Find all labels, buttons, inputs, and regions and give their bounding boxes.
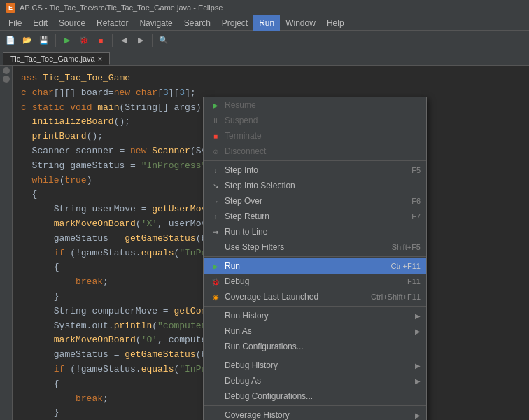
suspend-icon: ⏸: [209, 115, 222, 126]
debug-as-label: Debug As: [225, 376, 415, 386]
run-menu-debug-as[interactable]: Debug As ▶: [204, 373, 426, 388]
resume-label: Resume: [225, 100, 421, 110]
run-history-label: Run History: [225, 311, 415, 321]
run-menu-sep-3: [204, 306, 426, 307]
run-menu-debug-history[interactable]: Debug History ▶: [204, 358, 426, 373]
menu-project[interactable]: Project: [216, 15, 253, 31]
toolbar-save[interactable]: 💾: [36, 33, 52, 48]
menu-bar: File Edit Source Refactor Navigate Searc…: [0, 15, 529, 31]
debug-configurations-label: Debug Configurations...: [225, 391, 421, 401]
window-title: AP CS - Tic_Tac_Toe/src/Tic_Tac_Toe_Game…: [20, 4, 223, 12]
run-menu-sep-4: [204, 356, 426, 356]
code-class-header: ass Tic_Tac_Toe_Game: [21, 71, 521, 86]
run-as-label: Run As: [225, 326, 415, 336]
suspend-label: Suspend: [225, 115, 421, 125]
step-return-icon: ↑: [209, 211, 222, 222]
run-menu-step-return[interactable]: ↑ Step Return F7: [204, 209, 426, 224]
step-into-shortcut: F5: [411, 166, 421, 174]
run-menu-suspend[interactable]: ⏸ Suspend: [204, 113, 426, 128]
debug-history-arrow: ▶: [415, 362, 421, 370]
coverage-history-label: Coverage History: [225, 410, 415, 420]
run-icon: ▶: [209, 260, 222, 272]
run-menu-use-step-filters[interactable]: Use Step Filters Shift+F5: [204, 239, 426, 255]
terminate-icon: ■: [209, 130, 222, 141]
run-menu-disconnect[interactable]: ⊘ Disconnect: [204, 144, 426, 159]
step-into-selection-label: Step Into Selection: [225, 181, 421, 190]
debug-label: Debug: [225, 276, 402, 286]
run-menu-debug[interactable]: 🐞 Debug F11: [204, 274, 426, 289]
use-step-filters-icon: [209, 241, 222, 253]
run-as-icon: [209, 326, 222, 337]
run-configurations-icon: [209, 341, 222, 352]
terminate-label: Terminate: [225, 131, 421, 141]
tab-close[interactable]: ×: [98, 55, 102, 63]
menu-source[interactable]: Source: [53, 15, 91, 31]
step-return-label: Step Return: [225, 211, 406, 221]
toolbar-stop[interactable]: ■: [93, 33, 108, 48]
toolbar-new[interactable]: 📄: [3, 33, 18, 48]
coverage-last-icon: ◉: [209, 291, 222, 302]
run-menu: ▶ Resume ⏸ Suspend ■ Terminate ⊘ Disconn…: [203, 97, 427, 420]
step-over-label: Step Over: [225, 196, 406, 206]
run-menu-run-to-line[interactable]: ⇒ Run to Line: [204, 224, 426, 239]
coverage-history-icon: [209, 410, 222, 420]
debug-as-arrow: ▶: [415, 377, 421, 385]
toolbar-prev[interactable]: ◀: [116, 33, 132, 48]
toolbar-sep-3: [152, 34, 153, 47]
run-menu-run-as[interactable]: Run As ▶: [204, 323, 426, 339]
run-menu-run-configurations[interactable]: Run Configurations...: [204, 339, 426, 354]
run-menu-step-over[interactable]: → Step Over F6: [204, 193, 426, 209]
run-configurations-label: Run Configurations...: [225, 342, 421, 351]
run-menu-step-into-selection[interactable]: ↘ Step Into Selection: [204, 178, 426, 193]
step-into-label: Step Into: [225, 165, 406, 175]
run-menu-run-history[interactable]: Run History ▶: [204, 308, 426, 323]
toolbar-sep-2: [112, 34, 113, 47]
run-menu-terminate[interactable]: ■ Terminate: [204, 128, 426, 144]
app-icon: E: [6, 3, 15, 13]
toolbar-next[interactable]: ▶: [133, 33, 148, 48]
menu-run[interactable]: Run: [253, 15, 280, 31]
step-over-icon: →: [209, 195, 222, 206]
menu-edit[interactable]: Edit: [27, 15, 53, 31]
run-menu-sep-5: [204, 405, 426, 406]
toolbar-open[interactable]: 📂: [20, 33, 35, 48]
menu-help[interactable]: Help: [321, 15, 350, 31]
run-menu-resume[interactable]: ▶ Resume: [204, 97, 426, 113]
main-content: ass Tic_Tac_Toe_Game c char[][] board=ne…: [0, 66, 529, 420]
menu-refactor[interactable]: Refactor: [91, 15, 134, 31]
run-menu-debug-configurations[interactable]: Debug Configurations...: [204, 388, 426, 404]
debug-as-icon: [209, 375, 222, 386]
sidebar-marker-2: [3, 76, 10, 83]
run-menu-coverage-last[interactable]: ◉ Coverage Last Launched Ctrl+Shift+F11: [204, 289, 426, 304]
step-into-icon: ↓: [209, 164, 222, 176]
menu-navigate[interactable]: Navigate: [134, 15, 178, 31]
toolbar-debug[interactable]: 🐞: [76, 33, 92, 48]
menu-file[interactable]: File: [3, 15, 27, 31]
menu-search[interactable]: Search: [178, 15, 216, 31]
toolbar-search[interactable]: 🔍: [156, 33, 171, 48]
step-over-shortcut: F6: [411, 197, 421, 205]
debug-history-icon: [209, 360, 222, 371]
coverage-history-arrow: ▶: [415, 412, 421, 419]
tab-label: Tic_Tac_Toe_Game.java: [10, 55, 95, 63]
step-into-selection-icon: ↘: [209, 180, 222, 191]
run-history-icon: [209, 310, 222, 321]
use-step-filters-shortcut: Shift+F5: [392, 243, 421, 251]
run-menu-run[interactable]: ▶ Run Ctrl+F11: [204, 258, 426, 274]
run-label: Run: [225, 261, 386, 271]
run-menu-step-into[interactable]: ↓ Step Into F5: [204, 162, 426, 178]
run-menu-sep-1: [204, 160, 426, 161]
debug-shortcut: F11: [407, 277, 421, 286]
menu-window[interactable]: Window: [280, 15, 321, 31]
run-menu-coverage-history[interactable]: Coverage History ▶: [204, 407, 426, 420]
toolbar-run[interactable]: ▶: [59, 33, 75, 48]
step-return-shortcut: F7: [411, 212, 421, 220]
run-shortcut: Ctrl+F11: [391, 262, 421, 270]
tab-main-file[interactable]: Tic_Tac_Toe_Game.java ×: [3, 52, 110, 65]
use-step-filters-label: Use Step Filters: [225, 242, 386, 252]
title-bar: E AP CS - Tic_Tac_Toe/src/Tic_Tac_Toe_Ga…: [0, 0, 529, 15]
run-history-arrow: ▶: [415, 312, 421, 320]
run-to-line-label: Run to Line: [225, 227, 421, 237]
debug-history-label: Debug History: [225, 360, 415, 370]
run-as-arrow: ▶: [415, 328, 421, 335]
